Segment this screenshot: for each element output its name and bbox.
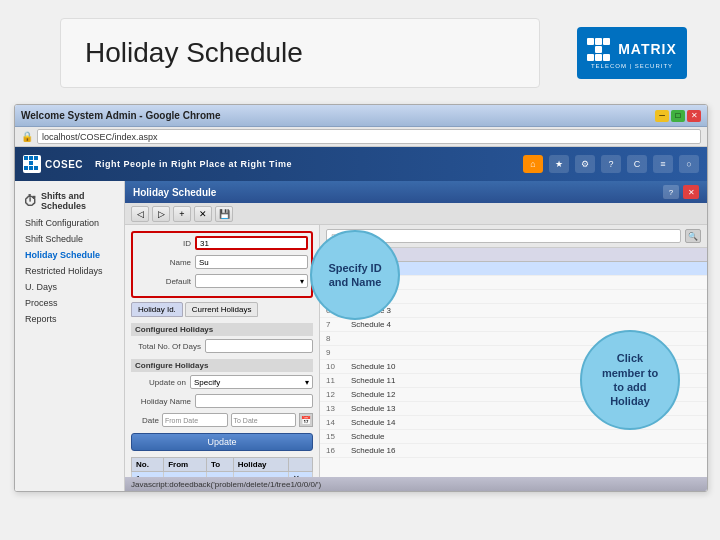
sidebar-item-shift-schedule[interactable]: Shift Schedule (15, 231, 124, 247)
specify-id-name-callout: Specify IDand Name (310, 230, 400, 320)
toolbar: ◁ ▷ + ✕ 💾 (125, 203, 707, 225)
total-days-field: Total No. Of Days (131, 339, 313, 353)
sidebar: ⏱ Shifts and Schedules Shift Configurati… (15, 181, 125, 491)
shifts-icon: ⏱ (23, 193, 37, 209)
maximize-button[interactable]: □ (671, 110, 685, 122)
configured-holidays-label: Configured Holidays (131, 323, 313, 336)
help-nav-button[interactable]: ? (601, 155, 621, 173)
matrix-logo: MATRIX TELECOM | SECURITY (572, 18, 692, 88)
address-input[interactable]: localhost/COSEC/index.aspx (37, 129, 701, 144)
settings-nav-button[interactable]: ⚙ (575, 155, 595, 173)
logo-tagline: TELECOM | SECURITY (591, 63, 673, 69)
app-subtitle: Right People in Right Place at Right Tim… (95, 159, 292, 169)
form-panel: ID 31 Name Su (125, 225, 320, 477)
address-bar: 🔒 localhost/COSEC/index.aspx (15, 127, 707, 147)
id-label: ID (136, 239, 191, 248)
holidays-table: No. From To Holiday 1 (131, 457, 313, 477)
status-bar: Javascript:dofeedback('problem/delete/1/… (125, 477, 707, 491)
browser-titlebar: Welcome System Admin - Google Chrome ─ □… (15, 105, 707, 127)
total-days-input[interactable] (205, 339, 313, 353)
app-logo: COSEC (23, 155, 83, 173)
date-row: Date From Date To Date 📅 (131, 413, 313, 427)
browser-controls: ─ □ ✕ (655, 110, 701, 122)
panel-header: Holiday Schedule ? ✕ (125, 181, 707, 203)
sidebar-item-shift-config[interactable]: Shift Configuration (15, 215, 124, 231)
sidebar-header: ⏱ Shifts and Schedules (15, 187, 124, 215)
default-field: Default ▾ (136, 274, 308, 288)
holiday-name-field: Holiday Name (131, 394, 313, 408)
holiday-id-tab[interactable]: Holiday Id. (131, 302, 183, 317)
logo-brand: MATRIX (618, 41, 677, 57)
col-holiday: Holiday (233, 458, 289, 472)
main-content: ⏱ Shifts and Schedules Shift Configurati… (15, 181, 707, 491)
update-on-field: Update on Specify ▾ (131, 375, 313, 389)
click-member-callout: Clickmember toto addHoliday (580, 330, 680, 430)
to-date-input[interactable]: To Date (231, 413, 297, 427)
current-holidays-tab[interactable]: Current Holidays (185, 302, 259, 317)
default-select[interactable]: ▾ (195, 274, 308, 288)
panel-header-right: ? ✕ (663, 185, 699, 199)
panel-help-button[interactable]: ? (663, 185, 679, 199)
from-date-input[interactable]: From Date (162, 413, 228, 427)
list-item[interactable]: 15 Schedule (320, 430, 707, 444)
slide-title-box: Holiday Schedule (60, 18, 540, 88)
address-icon: 🔒 (21, 131, 33, 142)
save-button[interactable]: 💾 (215, 206, 233, 222)
forward-button[interactable]: ▷ (152, 206, 170, 222)
panel-close-button[interactable]: ✕ (683, 185, 699, 199)
date-label: Date (131, 416, 159, 425)
call-nav-button[interactable]: C (627, 155, 647, 173)
name-input[interactable]: Su (195, 255, 308, 269)
user-nav-button[interactable]: ○ (679, 155, 699, 173)
logo-cell (603, 38, 610, 45)
logo-cell (587, 54, 594, 61)
menu-nav-button[interactable]: ≡ (653, 155, 673, 173)
logo-cell (595, 54, 602, 61)
app-brand: COSEC (45, 159, 83, 170)
panel-title: Holiday Schedule (133, 187, 216, 198)
logo-cell (587, 46, 594, 53)
back-button[interactable]: ◁ (131, 206, 149, 222)
update-on-label: Update on (131, 378, 186, 387)
update-on-select[interactable]: Specify ▾ (190, 375, 313, 389)
holiday-name-input[interactable] (195, 394, 313, 408)
logo-box: MATRIX TELECOM | SECURITY (577, 27, 687, 79)
col-to: To (206, 458, 233, 472)
sidebar-item-process[interactable]: Process (15, 295, 124, 311)
slide-background: Holiday Schedule MATRIX TELECOM | SECURI (0, 0, 720, 540)
sidebar-item-restricted-holidays[interactable]: Restricted Holidays (15, 263, 124, 279)
id-input[interactable]: 31 (195, 236, 308, 250)
close-button[interactable]: ✕ (687, 110, 701, 122)
update-button[interactable]: Update (131, 433, 313, 451)
calendar-icon[interactable]: 📅 (299, 413, 313, 427)
logo-cell (587, 38, 594, 45)
holiday-name-label: Holiday Name (131, 397, 191, 406)
list-item[interactable]: 7 Schedule 4 (320, 318, 707, 332)
id-name-section: ID 31 Name Su (131, 231, 313, 298)
tabs: Holiday Id. Current Holidays (131, 302, 313, 317)
logo-grid (587, 38, 610, 61)
sidebar-item-holiday-schedule[interactable]: Holiday Schedule (15, 247, 124, 263)
status-text: Javascript:dofeedback('problem/delete/1/… (131, 480, 321, 489)
home-nav-button[interactable]: ⌂ (523, 155, 543, 173)
col-from: From (164, 458, 207, 472)
col-name-header: Name (351, 250, 701, 259)
delete-button[interactable]: ✕ (194, 206, 212, 222)
app-logo-icon (23, 155, 41, 173)
minimize-button[interactable]: ─ (655, 110, 669, 122)
logo-cell (595, 38, 602, 45)
logo-cell (595, 46, 602, 53)
col-action (289, 458, 313, 472)
search-button[interactable]: 🔍 (685, 229, 701, 243)
name-field: Name Su (136, 255, 308, 269)
nav-icons: ⌂ ★ ⚙ ? C ≡ ○ (523, 155, 699, 173)
favorites-nav-button[interactable]: ★ (549, 155, 569, 173)
sidebar-item-u-days[interactable]: U. Days (15, 279, 124, 295)
configure-holidays-label: Configure Holidays (131, 359, 313, 372)
logo-cell (603, 46, 610, 53)
list-item[interactable]: 16 Schedule 16 (320, 444, 707, 458)
add-button[interactable]: + (173, 206, 191, 222)
slide-title: Holiday Schedule (85, 37, 303, 69)
sidebar-item-reports[interactable]: Reports (15, 311, 124, 327)
id-field: ID 31 (136, 236, 308, 250)
